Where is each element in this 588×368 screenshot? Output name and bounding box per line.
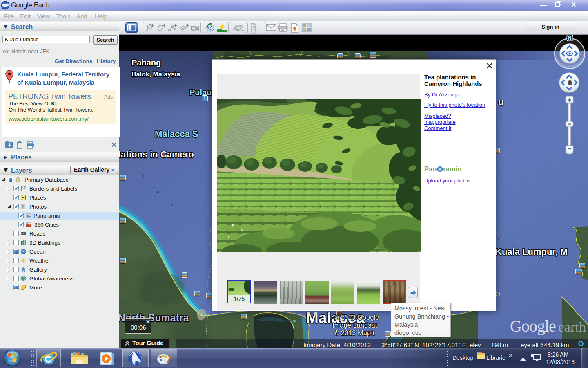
svg-text:X: X [572,1,576,8]
svg-text:N: N [568,36,572,40]
